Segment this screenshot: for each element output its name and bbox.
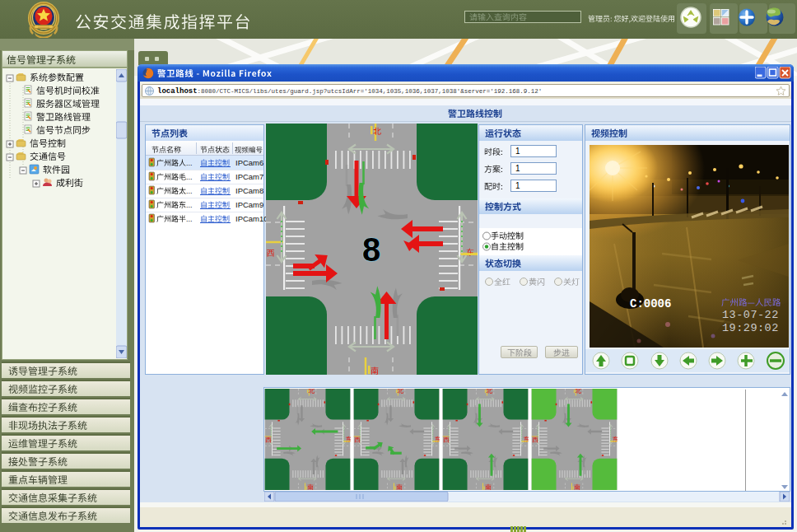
svg-text:C:0006: C:0006 (630, 297, 671, 310)
svg-text:8: 8 (362, 231, 380, 268)
